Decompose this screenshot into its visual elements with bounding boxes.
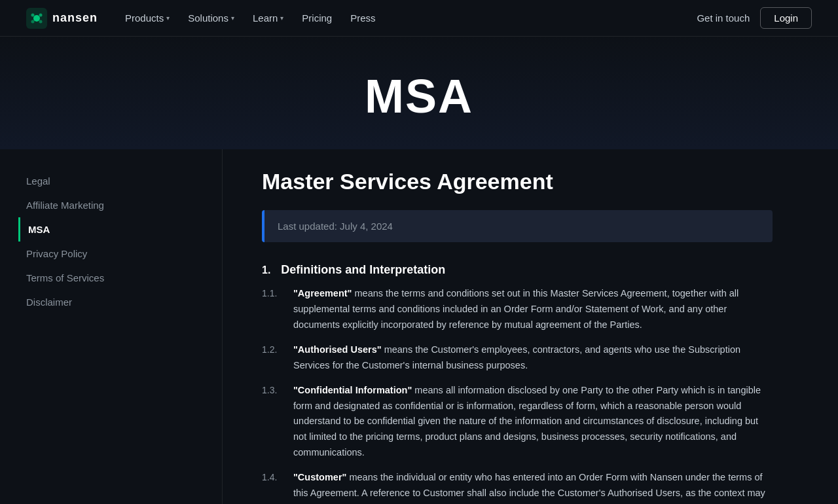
def-definition: means all information disclosed by one P… bbox=[293, 385, 761, 458]
logo-icon bbox=[26, 8, 47, 29]
definitions-list: 1.1. "Agreement" means the terms and con… bbox=[262, 286, 773, 504]
svg-point-2 bbox=[31, 13, 35, 16]
sections-list: 1. Definitions and Interpretation 1.1. "… bbox=[262, 263, 773, 504]
def-term: "Customer" bbox=[293, 472, 346, 482]
hero-title: MSA bbox=[26, 69, 812, 123]
main-layout: Legal Affiliate Marketing MSA Privacy Po… bbox=[0, 149, 838, 504]
nav-item-solutions[interactable]: Solutions ▾ bbox=[181, 9, 241, 27]
get-in-touch-link[interactable]: Get in touch bbox=[697, 12, 750, 24]
def-number: 1.1. bbox=[262, 286, 285, 333]
login-button[interactable]: Login bbox=[760, 7, 812, 29]
chevron-down-icon: ▾ bbox=[231, 14, 234, 22]
sidebar-item-disclaimer[interactable]: Disclaimer bbox=[26, 290, 196, 314]
sidebar-item-legal[interactable]: Legal bbox=[26, 169, 196, 193]
header-left: nansen Products ▾ Solutions ▾ Learn ▾ Pr… bbox=[26, 8, 382, 29]
definition-item: 1.1. "Agreement" means the terms and con… bbox=[262, 286, 773, 333]
sidebar: Legal Affiliate Marketing MSA Privacy Po… bbox=[0, 149, 223, 504]
logo-text: nansen bbox=[52, 11, 98, 25]
def-content: "Confidential Information" means all inf… bbox=[293, 383, 773, 461]
section-definitions: 1. Definitions and Interpretation 1.1. "… bbox=[262, 263, 773, 504]
svg-point-3 bbox=[39, 13, 43, 16]
sidebar-item-affiliate-marketing[interactable]: Affiliate Marketing bbox=[26, 193, 196, 217]
def-term: "Agreement" bbox=[293, 288, 352, 298]
definition-item: 1.2. "Authorised Users" means the Custom… bbox=[262, 342, 773, 374]
def-definition: means the terms and conditions set out i… bbox=[293, 288, 738, 330]
update-banner: Last updated: July 4, 2024 bbox=[262, 210, 773, 242]
main-content: Master Services Agreement Last updated: … bbox=[223, 149, 812, 504]
svg-point-5 bbox=[39, 20, 43, 23]
nav-item-products[interactable]: Products ▾ bbox=[118, 9, 176, 27]
sidebar-item-terms-of-services[interactable]: Terms of Services bbox=[26, 266, 196, 290]
definition-item: 1.4. "Customer" means the individual or … bbox=[262, 470, 773, 504]
site-header: nansen Products ▾ Solutions ▾ Learn ▾ Pr… bbox=[0, 0, 838, 37]
definition-item: 1.3. "Confidential Information" means al… bbox=[262, 383, 773, 461]
last-updated-text: Last updated: July 4, 2024 bbox=[278, 221, 393, 232]
nav-item-learn[interactable]: Learn ▾ bbox=[246, 9, 290, 27]
section-number: 1. bbox=[262, 264, 270, 276]
page-title: Master Services Agreement bbox=[262, 169, 773, 194]
sidebar-item-msa[interactable]: MSA bbox=[18, 217, 196, 242]
chevron-down-icon: ▾ bbox=[280, 14, 283, 22]
svg-point-1 bbox=[33, 15, 40, 22]
def-content: "Authorised Users" means the Customer's … bbox=[293, 342, 773, 374]
sidebar-item-privacy-policy[interactable]: Privacy Policy bbox=[26, 242, 196, 266]
nav-item-press[interactable]: Press bbox=[344, 9, 382, 27]
def-definition: means the individual or entity who has e… bbox=[293, 472, 765, 504]
logo[interactable]: nansen bbox=[26, 8, 98, 29]
header-right: Get in touch Login bbox=[697, 7, 812, 29]
svg-point-4 bbox=[31, 20, 35, 23]
main-nav: Products ▾ Solutions ▾ Learn ▾ Pricing P… bbox=[118, 9, 382, 27]
def-number: 1.2. bbox=[262, 342, 285, 374]
section-title: Definitions and Interpretation bbox=[281, 263, 445, 277]
def-term: "Confidential Information" bbox=[293, 385, 412, 395]
chevron-down-icon: ▾ bbox=[166, 14, 170, 22]
def-number: 1.3. bbox=[262, 383, 285, 461]
def-number: 1.4. bbox=[262, 470, 285, 504]
def-content: "Agreement" means the terms and conditio… bbox=[293, 286, 773, 333]
def-term: "Authorised Users" bbox=[293, 344, 382, 355]
def-content: "Customer" means the individual or entit… bbox=[293, 470, 773, 504]
nav-item-pricing[interactable]: Pricing bbox=[295, 9, 338, 27]
hero-section: MSA bbox=[0, 37, 838, 149]
